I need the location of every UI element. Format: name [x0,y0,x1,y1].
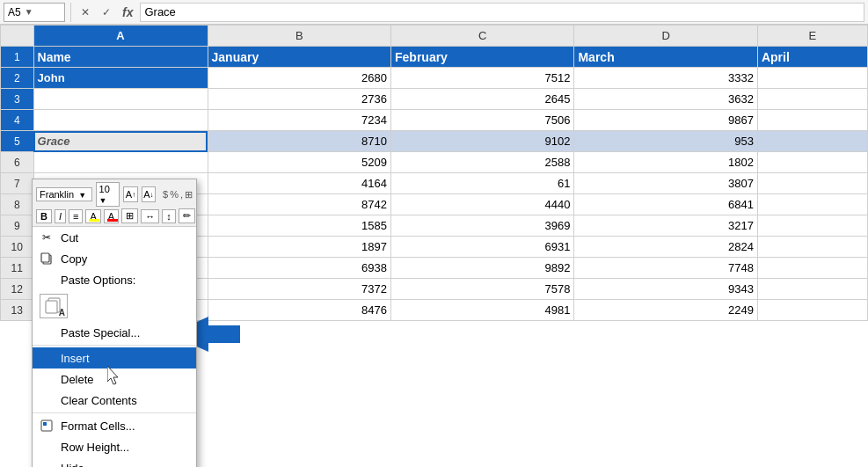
cell-D4[interactable]: 9867 [574,110,757,131]
cell-E5[interactable] [757,131,867,152]
font-color-btn[interactable]: A [104,209,119,223]
cell-C7[interactable]: 61 [391,173,574,194]
cell-D12[interactable]: 9343 [574,279,757,300]
cell-A5[interactable]: Grace [33,131,208,152]
col-header-E[interactable]: E [757,26,867,47]
cell-B2[interactable]: 2680 [208,68,390,89]
ctx-delete[interactable]: Delete [33,368,196,390]
cell-D8[interactable]: 6841 [574,194,757,215]
row-num-5[interactable]: 5 [1,131,34,152]
cell-D5[interactable]: 953 [574,131,757,152]
cell-E10[interactable] [757,237,867,258]
formula-input[interactable] [140,3,864,22]
col-header-C[interactable]: C [391,26,574,47]
cell-C5[interactable]: 9102 [391,131,574,152]
cell-C8[interactable]: 4440 [391,194,574,215]
cell-A3[interactable] [33,89,208,110]
fill-btn[interactable]: ✏ [179,208,195,223]
col-header-A[interactable]: A [33,26,208,47]
cell-C4[interactable]: 7506 [391,110,574,131]
ctx-clear-contents[interactable]: Clear Contents [33,390,196,411]
cell-D3[interactable]: 3632 [574,89,757,110]
cell-C1[interactable]: February [391,47,574,68]
row-num-3[interactable]: 3 [1,89,34,110]
paste-a-icon[interactable]: A [40,294,68,318]
cell-C13[interactable]: 4981 [391,300,574,321]
cell-E13[interactable] [757,300,867,321]
ctx-row-height[interactable]: Row Height... [33,436,196,457]
cell-D6[interactable]: 1802 [574,152,757,173]
cell-D1[interactable]: March [574,47,757,68]
col-header-D[interactable]: D [574,26,757,47]
cell-E4[interactable] [757,110,867,131]
col-header-B[interactable]: B [208,26,390,47]
highlight-btn[interactable]: A [85,209,100,223]
cell-E11[interactable] [757,258,867,279]
row-num-4[interactable]: 4 [1,110,34,131]
cell-E2[interactable] [757,68,867,89]
confirm-icon[interactable]: ✓ [98,4,115,21]
ctx-copy[interactable]: Copy [33,248,196,269]
cell-E6[interactable] [757,152,867,173]
font-decrease-btn[interactable]: A↓ [142,186,156,202]
row-num-6[interactable]: 6 [1,152,34,173]
row-num-7[interactable]: 7 [1,173,34,194]
cell-E8[interactable] [757,194,867,215]
cell-C10[interactable]: 6931 [391,237,574,258]
font-increase-btn[interactable]: A↑ [123,186,137,202]
merge-btn[interactable]: ↔ [141,209,159,223]
cell-A6[interactable] [33,152,208,173]
row-num-9[interactable]: 9 [1,215,34,237]
cell-B4[interactable]: 7234 [208,110,390,131]
bold-btn[interactable]: B [36,209,52,223]
cell-C6[interactable]: 2588 [391,152,574,173]
cell-C9[interactable]: 3969 [391,215,574,237]
cell-D10[interactable]: 2824 [574,237,757,258]
cell-D11[interactable]: 7748 [574,258,757,279]
cell-B9[interactable]: 1585 [208,215,390,237]
ctx-insert[interactable]: Insert [33,347,196,368]
row-num-8[interactable]: 8 [1,194,34,215]
cell-A1[interactable]: Name [33,47,208,68]
cell-E12[interactable] [757,279,867,300]
cell-A4[interactable] [33,110,208,131]
cell-B6[interactable]: 5209 [208,152,390,173]
row-num-10[interactable]: 10 [1,237,34,258]
row-num-11[interactable]: 11 [1,258,34,279]
cell-B7[interactable]: 4164 [208,173,390,194]
cell-D9[interactable]: 3217 [574,215,757,237]
comma-btn[interactable]: , [180,189,183,200]
cell-E1[interactable]: April [757,47,867,68]
row-num-2[interactable]: 2 [1,68,34,89]
cell-B5[interactable]: 8710 [208,131,390,152]
cell-B3[interactable]: 2736 [208,89,390,110]
cell-D13[interactable]: 2249 [574,300,757,321]
cell-C11[interactable]: 9892 [391,258,574,279]
cancel-icon[interactable]: ✕ [77,4,94,21]
format-btn[interactable]: ⊞ [185,189,193,201]
cell-E7[interactable] [757,173,867,194]
cell-D2[interactable]: 3332 [574,68,757,89]
ctx-paste-special[interactable]: Paste Special... [33,322,196,343]
ctx-font-size[interactable]: 10 ▼ [96,182,120,207]
row-num-1[interactable]: 1 [1,47,34,68]
ctx-hide[interactable]: Hide [33,457,196,467]
cell-C2[interactable]: 7512 [391,68,574,89]
cell-D7[interactable]: 3807 [574,173,757,194]
cell-B8[interactable]: 8742 [208,194,390,215]
cell-E3[interactable] [757,89,867,110]
cell-B13[interactable]: 8476 [208,300,390,321]
wrap-btn[interactable]: ↕ [162,209,176,223]
row-num-12[interactable]: 12 [1,279,34,300]
cell-E9[interactable] [757,215,867,237]
ctx-format-cells[interactable]: Format Cells... [33,415,196,436]
cell-B11[interactable]: 6938 [208,258,390,279]
cell-A2[interactable]: John [33,68,208,89]
cell-B10[interactable]: 1897 [208,237,390,258]
cell-C3[interactable]: 2645 [391,89,574,110]
name-box[interactable]: A5 ▼ [4,3,65,22]
italic-btn[interactable]: I [55,209,66,223]
cell-C12[interactable]: 7578 [391,279,574,300]
cell-B12[interactable]: 7372 [208,279,390,300]
cell-B1[interactable]: January [208,47,390,68]
